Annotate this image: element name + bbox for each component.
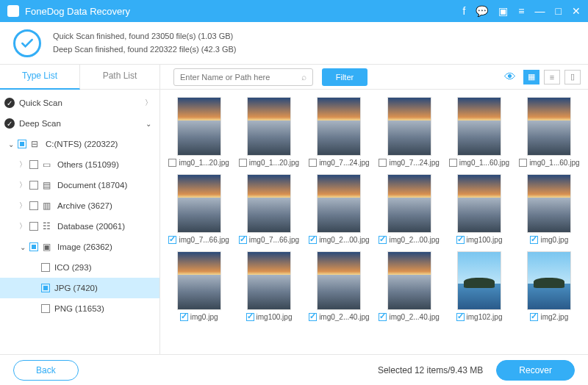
checkbox-icon[interactable] bbox=[29, 160, 38, 169]
thumbnail-image[interactable] bbox=[177, 97, 221, 156]
menu-icon[interactable]: ≡ bbox=[518, 6, 524, 16]
tree-quick-scan[interactable]: ✓ Quick Scan 〉 bbox=[0, 93, 159, 113]
checkbox-icon[interactable] bbox=[29, 181, 38, 190]
thumbnail-item[interactable]: img0_2...00.jpg bbox=[376, 174, 442, 244]
checkbox-icon[interactable] bbox=[41, 263, 50, 272]
thumbnail-image[interactable] bbox=[387, 97, 431, 156]
chevron-right-icon[interactable]: 〉 bbox=[18, 221, 28, 231]
close-icon[interactable]: ✕ bbox=[572, 6, 581, 16]
thumbnail-item[interactable]: img0_1...60.jpg bbox=[517, 97, 582, 167]
view-grid-button[interactable]: ▦ bbox=[523, 70, 539, 84]
view-detail-button[interactable]: ▯ bbox=[564, 70, 581, 84]
checkbox-icon[interactable] bbox=[379, 313, 387, 321]
checkbox-icon[interactable] bbox=[29, 242, 38, 251]
checkbox-icon[interactable] bbox=[309, 313, 317, 321]
view-list-button[interactable]: ≡ bbox=[544, 70, 560, 84]
thumbnail-item[interactable]: img0_7...66.jpg bbox=[236, 174, 301, 244]
thumbnail-item[interactable]: img0.jpg bbox=[166, 251, 232, 321]
recover-button[interactable]: Recover bbox=[496, 360, 575, 381]
checkbox-icon[interactable] bbox=[18, 140, 26, 148]
checkbox-icon[interactable] bbox=[456, 236, 465, 244]
thumbnail-item[interactable]: img102.jpg bbox=[446, 251, 512, 321]
thumbnail-image[interactable] bbox=[457, 251, 501, 310]
checkbox-icon[interactable] bbox=[41, 284, 50, 292]
tree-jpg[interactable]: JPG (7420) bbox=[0, 278, 159, 298]
tab-type-list[interactable]: Type List bbox=[0, 64, 80, 90]
thumbnail-item[interactable]: img0_2...40.jpg bbox=[376, 251, 442, 321]
tree-database[interactable]: 〉 ☷ Database (20061) bbox=[0, 216, 159, 237]
checkbox-icon[interactable] bbox=[519, 159, 527, 167]
checkbox-icon[interactable] bbox=[449, 159, 457, 167]
search-input[interactable] bbox=[180, 73, 301, 82]
checkbox-icon[interactable] bbox=[239, 159, 247, 167]
chevron-right-icon[interactable]: 〉 bbox=[18, 159, 28, 170]
thumbnail-item[interactable]: img0_7...24.jpg bbox=[376, 97, 442, 167]
chevron-down-icon[interactable]: ⌄ bbox=[6, 140, 16, 148]
thumbnail-item[interactable]: img0.jpg bbox=[517, 174, 582, 244]
checkbox-icon[interactable] bbox=[29, 201, 38, 210]
thumbnail-image[interactable] bbox=[317, 97, 361, 156]
checkbox-icon[interactable] bbox=[379, 236, 387, 244]
minimize-icon[interactable]: — bbox=[535, 6, 545, 16]
tree-png[interactable]: PNG (11653) bbox=[0, 298, 159, 319]
thumbnail-image[interactable] bbox=[247, 251, 291, 310]
tree-deep-scan[interactable]: ✓ Deep Scan ⌄ bbox=[0, 113, 159, 134]
tree-drive[interactable]: ⌄ ⊟ C:(NTFS) (220322) bbox=[0, 134, 159, 154]
thumbnail-item[interactable]: img0_2...40.jpg bbox=[306, 251, 372, 321]
chevron-right-icon[interactable]: 〉 bbox=[18, 201, 28, 211]
feedback-icon[interactable]: 💬 bbox=[476, 6, 488, 16]
thumbnail-image[interactable] bbox=[177, 174, 221, 233]
thumbnail-image[interactable] bbox=[527, 251, 571, 310]
thumbnail-image[interactable] bbox=[177, 251, 221, 310]
thumbnail-image[interactable] bbox=[457, 97, 501, 156]
tree-image[interactable]: ⌄ ▣ Image (26362) bbox=[0, 237, 159, 257]
checkbox-icon[interactable] bbox=[180, 313, 188, 321]
tree-ico[interactable]: ICO (293) bbox=[0, 257, 159, 278]
thumbnail-item[interactable]: img0_1...20.jpg bbox=[236, 97, 301, 167]
thumbnail-image[interactable] bbox=[457, 174, 501, 233]
filter-button[interactable]: Filter bbox=[322, 68, 368, 86]
thumbnail-image[interactable] bbox=[527, 174, 571, 233]
thumbnail-image[interactable] bbox=[527, 97, 571, 156]
back-button[interactable]: Back bbox=[13, 360, 79, 381]
thumbnail-image[interactable] bbox=[317, 251, 361, 310]
checkbox-icon[interactable] bbox=[168, 159, 176, 167]
thumbnail-item[interactable]: img0_2...00.jpg bbox=[306, 174, 372, 244]
thumbnail-image[interactable] bbox=[247, 97, 291, 156]
checkbox-icon[interactable] bbox=[530, 313, 538, 321]
checkbox-icon[interactable] bbox=[530, 236, 538, 244]
tree-archive[interactable]: 〉 ▥ Archive (3627) bbox=[0, 195, 159, 216]
thumbnail-item[interactable]: img100.jpg bbox=[236, 251, 301, 321]
thumbnail-image[interactable] bbox=[247, 174, 291, 233]
thumbnail-item[interactable]: img0_1...60.jpg bbox=[446, 97, 512, 167]
checkbox-icon[interactable] bbox=[246, 313, 254, 321]
checkbox-icon[interactable] bbox=[309, 236, 317, 244]
tree-document[interactable]: 〉 ▤ Document (18704) bbox=[0, 175, 159, 195]
thumbnail-image[interactable] bbox=[317, 174, 361, 233]
chevron-down-icon[interactable]: ⌄ bbox=[18, 243, 28, 251]
checkbox-icon[interactable] bbox=[456, 313, 465, 321]
checkbox-icon[interactable] bbox=[309, 159, 317, 167]
thumbnail-item[interactable]: img100.jpg bbox=[446, 174, 512, 244]
checkbox-icon[interactable] bbox=[168, 236, 176, 244]
facebook-icon[interactable]: f bbox=[462, 6, 465, 16]
search-box[interactable]: ⌕ bbox=[173, 68, 313, 86]
preview-icon[interactable]: 👁 bbox=[504, 71, 516, 84]
thumbnail-item[interactable]: img0_7...66.jpg bbox=[166, 174, 232, 244]
thumbnail-item[interactable]: img0_7...24.jpg bbox=[306, 97, 372, 167]
thumbnail-image[interactable] bbox=[387, 174, 431, 233]
search-icon[interactable]: ⌕ bbox=[301, 72, 306, 82]
thumbnail-image[interactable] bbox=[387, 251, 431, 310]
save-icon[interactable]: ▣ bbox=[498, 6, 508, 16]
thumbnail-item[interactable]: img0_1...20.jpg bbox=[166, 97, 232, 167]
tab-path-list[interactable]: Path List bbox=[80, 64, 160, 90]
checkbox-icon[interactable] bbox=[239, 236, 247, 244]
checkbox-icon[interactable] bbox=[41, 304, 50, 313]
checkbox-icon[interactable] bbox=[29, 222, 38, 231]
tree-others[interactable]: 〉 ▭ Others (151099) bbox=[0, 154, 159, 175]
thumbnail-item[interactable]: img2.jpg bbox=[517, 251, 582, 321]
checkbox-icon[interactable] bbox=[379, 159, 387, 167]
maximize-icon[interactable]: □ bbox=[556, 6, 562, 16]
tree-label: PNG (11653) bbox=[54, 304, 104, 313]
chevron-right-icon[interactable]: 〉 bbox=[18, 180, 28, 190]
